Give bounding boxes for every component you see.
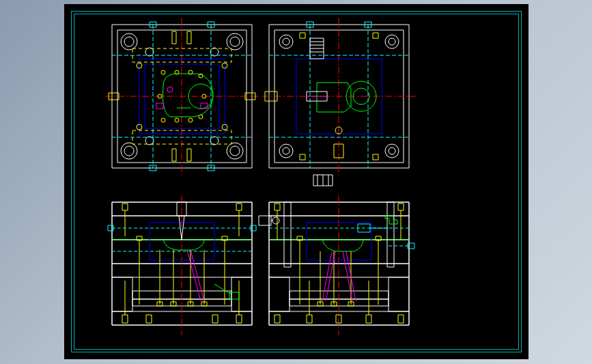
svg-line-132 bbox=[187, 250, 201, 301]
svg-point-9 bbox=[230, 37, 240, 46]
svg-point-49 bbox=[167, 87, 173, 92]
view-core-plan bbox=[105, 18, 259, 175]
svg-rect-82 bbox=[373, 33, 378, 38]
svg-point-11 bbox=[124, 146, 134, 156]
detail-sprue bbox=[313, 175, 333, 186]
svg-rect-135 bbox=[229, 292, 239, 299]
svg-point-26 bbox=[161, 70, 165, 74]
view-cavity-plan bbox=[262, 18, 416, 175]
cad-drawing-svg bbox=[64, 4, 528, 359]
svg-rect-126 bbox=[146, 315, 152, 323]
svg-rect-145 bbox=[389, 277, 409, 311]
svg-rect-152 bbox=[284, 202, 291, 267]
svg-rect-127 bbox=[212, 315, 218, 323]
svg-point-16 bbox=[145, 137, 154, 145]
svg-rect-81 bbox=[300, 33, 305, 38]
svg-rect-43 bbox=[187, 149, 191, 161]
svg-rect-168 bbox=[274, 315, 280, 323]
svg-rect-40 bbox=[172, 31, 176, 44]
svg-point-8 bbox=[227, 33, 243, 50]
svg-rect-83 bbox=[300, 154, 305, 160]
svg-rect-124 bbox=[236, 315, 242, 323]
svg-rect-153 bbox=[387, 202, 394, 267]
svg-rect-47 bbox=[156, 103, 163, 109]
svg-rect-41 bbox=[187, 31, 191, 44]
svg-point-60 bbox=[385, 35, 399, 48]
svg-rect-169 bbox=[398, 315, 404, 323]
svg-point-58 bbox=[279, 35, 293, 48]
svg-point-14 bbox=[145, 48, 154, 56]
svg-rect-48 bbox=[201, 103, 208, 109]
svg-line-133 bbox=[191, 250, 204, 301]
svg-point-13 bbox=[230, 146, 240, 156]
svg-point-15 bbox=[210, 48, 219, 56]
svg-rect-97 bbox=[112, 277, 132, 311]
svg-point-63 bbox=[283, 148, 290, 154]
svg-rect-166 bbox=[398, 204, 404, 210]
svg-rect-98 bbox=[231, 277, 252, 311]
svg-point-65 bbox=[389, 148, 395, 154]
view-section-a bbox=[108, 195, 279, 335]
svg-point-10 bbox=[121, 143, 137, 159]
svg-rect-172 bbox=[366, 315, 371, 323]
svg-rect-144 bbox=[269, 277, 290, 311]
cad-canvas bbox=[64, 4, 528, 359]
svg-point-32 bbox=[161, 118, 165, 122]
view-section-b bbox=[269, 195, 414, 335]
svg-point-6 bbox=[121, 33, 137, 50]
svg-point-137 bbox=[272, 217, 279, 224]
svg-rect-120 bbox=[236, 204, 242, 210]
svg-rect-122 bbox=[122, 315, 128, 323]
svg-rect-84 bbox=[373, 154, 378, 160]
svg-point-34 bbox=[188, 118, 193, 122]
svg-line-134 bbox=[214, 284, 231, 294]
svg-point-7 bbox=[124, 37, 134, 46]
svg-rect-42 bbox=[172, 149, 176, 161]
svg-rect-164 bbox=[274, 204, 280, 210]
svg-point-62 bbox=[279, 144, 293, 158]
svg-point-59 bbox=[283, 38, 290, 45]
svg-point-17 bbox=[210, 137, 219, 145]
svg-rect-170 bbox=[307, 315, 312, 323]
svg-point-33 bbox=[175, 118, 179, 122]
svg-point-12 bbox=[227, 143, 243, 159]
svg-point-61 bbox=[389, 38, 395, 45]
svg-point-64 bbox=[385, 144, 399, 158]
svg-rect-118 bbox=[122, 204, 128, 210]
